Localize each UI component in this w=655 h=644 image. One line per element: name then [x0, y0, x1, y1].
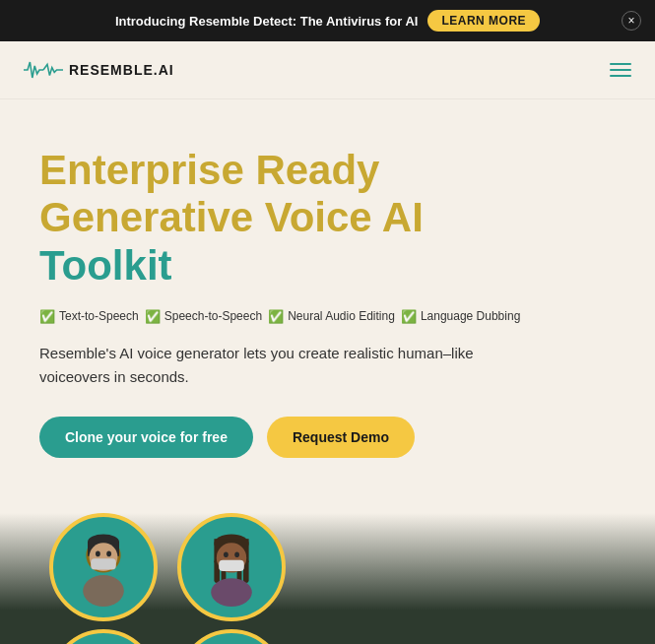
badge-tts-label: Text-to-Speech [59, 309, 139, 323]
navbar: RESEMBLE.AI [0, 41, 655, 99]
logo-icon [24, 55, 63, 85]
avatar-row-1 [49, 513, 625, 621]
avatar-2-illustration [192, 528, 271, 607]
hamburger-menu[interactable] [610, 63, 631, 77]
badge-nae: ✅ Neural Audio Editing [268, 309, 395, 324]
check-icon-ld: ✅ [401, 309, 417, 324]
badge-nae-label: Neural Audio Editing [288, 309, 395, 323]
badge-ld: ✅ Language Dubbing [401, 309, 520, 324]
hero-title-part2: Toolkit [39, 242, 172, 289]
avatar-2 [177, 513, 286, 621]
hamburger-line-1 [610, 63, 631, 65]
feature-badges: ✅ Text-to-Speech ✅ Speech-to-Speech ✅ Ne… [39, 309, 616, 324]
hero-title-part1: Enterprise Ready Generative Voice AI [39, 147, 424, 240]
close-banner-button[interactable]: × [622, 11, 641, 31]
avatar-4 [177, 629, 286, 644]
hamburger-line-3 [610, 75, 631, 77]
badge-tts: ✅ Text-to-Speech [39, 309, 139, 324]
svg-point-18 [211, 578, 252, 607]
announcement-banner: Introducing Resemble Detect: The Antivir… [0, 0, 655, 41]
badge-sts: ✅ Speech-to-Speech [145, 309, 262, 324]
check-icon-nae: ✅ [268, 309, 284, 324]
logo[interactable]: RESEMBLE.AI [24, 55, 174, 85]
badge-ld-label: Language Dubbing [421, 309, 520, 323]
svg-rect-17 [219, 560, 244, 571]
svg-point-5 [106, 551, 111, 557]
avatar-3 [49, 629, 158, 644]
avatar-1 [49, 513, 158, 621]
svg-point-15 [224, 551, 229, 557]
avatar-1-illustration [64, 528, 143, 607]
check-icon-tts: ✅ [39, 309, 55, 324]
svg-point-16 [234, 551, 239, 557]
svg-point-4 [96, 551, 100, 557]
badge-sts-label: Speech-to-Speech [164, 309, 262, 323]
hero-description: Resemble's AI voice generator lets you c… [39, 342, 512, 389]
svg-point-7 [83, 575, 124, 607]
hamburger-line-2 [610, 69, 631, 71]
avatar-section: Over 200,135 AI voices created by more t… [0, 513, 655, 644]
banner-product-intro: Introducing Resemble Detect: The Antivir… [115, 14, 418, 29]
cta-buttons: Clone your voice for free Request Demo [39, 417, 616, 458]
banner-text: Introducing Resemble Detect: The Antivir… [115, 14, 418, 29]
learn-more-button[interactable]: LEARN MORE [427, 10, 540, 32]
hero-title: Enterprise Ready Generative Voice AI Too… [39, 147, 591, 290]
svg-rect-6 [91, 558, 116, 569]
request-demo-button[interactable]: Request Demo [267, 417, 415, 458]
logo-text: RESEMBLE.AI [69, 62, 174, 78]
check-icon-sts: ✅ [145, 309, 161, 324]
hero-section: Enterprise Ready Generative Voice AI Too… [0, 99, 655, 513]
clone-voice-button[interactable]: Clone your voice for free [39, 417, 253, 458]
avatar-row-2 [49, 629, 625, 644]
